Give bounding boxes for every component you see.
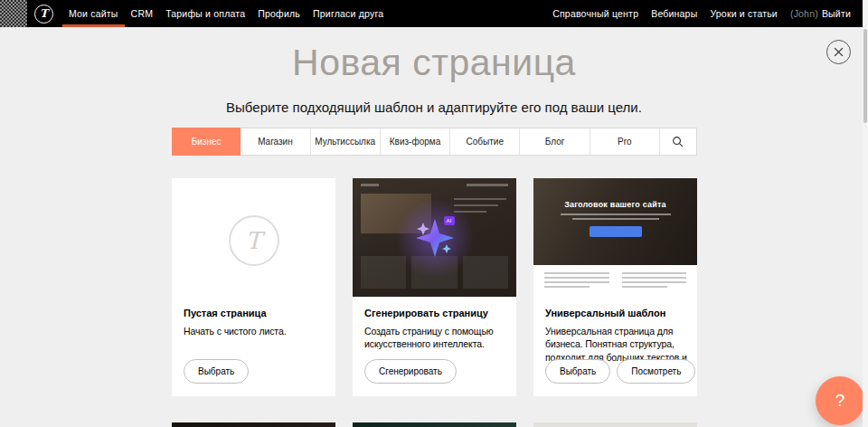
nav-my-sites[interactable]: Мои сайты (62, 0, 125, 27)
page-subtitle: Выберите подходящий шаблон и адаптируйте… (0, 100, 868, 115)
nav-webinars[interactable]: Вебинары (645, 0, 703, 27)
nav-left-menu: Мои сайты CRM Тарифы и оплата Профиль Пр… (62, 0, 390, 27)
select-template-button[interactable]: Выбрать (545, 359, 610, 384)
card-universal-template[interactable]: Заголовок вашего сайта Универсальный шаб… (533, 178, 697, 396)
preview-template-button[interactable]: Посмотреть (617, 359, 695, 384)
ai-preview[interactable]: AI (353, 178, 516, 297)
nav-username: (John) (790, 8, 818, 19)
tab-multilink[interactable]: Мультиссылка (311, 128, 381, 155)
tab-pro[interactable]: Pro (590, 128, 660, 155)
nav-lessons[interactable]: Уроки и статьи (703, 0, 784, 27)
template-card-grid: T Пустая страница Начать с чистого листа… (172, 178, 697, 427)
card-actions: Выбрать Посмотреть (545, 359, 695, 384)
tab-search[interactable] (660, 128, 696, 155)
template-tabs: Бизнес Магазин Мультиссылка Квиз-форма С… (172, 128, 697, 156)
tab-business[interactable]: Бизнес (172, 128, 241, 156)
preview-caption-line (561, 214, 671, 215)
select-blank-button[interactable]: Выбрать (184, 359, 249, 384)
preview-text-section (533, 265, 697, 297)
template-card-partial[interactable] (533, 422, 697, 427)
tab-quiz-form[interactable]: Квиз-форма (381, 128, 450, 155)
template-card-partial[interactable] (353, 422, 516, 427)
nav-right-menu: Справочный центр Вебинары Уроки и статьи… (546, 0, 857, 27)
card-actions: Сгенерировать (364, 359, 457, 384)
template-card-partial[interactable] (172, 422, 335, 427)
top-navbar: T Мои сайты CRM Тарифы и оплата Профиль … (0, 0, 868, 27)
nav-profile[interactable]: Профиль (251, 0, 307, 27)
nav-invite-friend[interactable]: Пригласи друга (307, 0, 390, 27)
nav-plans[interactable]: Тарифы и оплата (159, 0, 251, 27)
tilda-logo[interactable]: T (34, 5, 53, 24)
preview-hero-content: Заголовок вашего сайта (533, 200, 697, 237)
partial-preview (353, 422, 516, 427)
nav-crm[interactable]: CRM (125, 0, 160, 27)
card-title: Сгенерировать страницу (364, 308, 506, 318)
card-description: Создать страницу с помощью искусственног… (364, 325, 506, 351)
partial-preview (172, 422, 335, 427)
card-title: Универсальный шаблон (545, 308, 687, 318)
generate-button[interactable]: Сгенерировать (364, 359, 457, 384)
nav-logout[interactable]: (John)Выйти (784, 0, 857, 27)
card-body: Пустая страница Начать с чистого листа. (184, 308, 326, 337)
card-description: Начать с чистого листа. (184, 325, 326, 337)
preview-topbar (361, 184, 508, 186)
card-ai-generate[interactable]: AI Сгенерировать страницу Создать страни… (353, 178, 516, 396)
card-actions: Выбрать (184, 359, 249, 384)
search-icon (672, 136, 684, 147)
tilda-watermark-logo: T (229, 215, 279, 266)
preview-cta-button (590, 226, 642, 237)
partial-preview (533, 422, 697, 427)
template-preview[interactable]: Заголовок вашего сайта (533, 178, 697, 297)
tab-blog[interactable]: Блог (520, 128, 590, 155)
tab-event[interactable]: Событие (450, 128, 520, 155)
page-title: Новая страница (0, 42, 868, 84)
card-title: Пустая страница (184, 308, 326, 318)
preview-site-heading: Заголовок вашего сайта (533, 200, 697, 209)
scrollbar (863, 0, 868, 427)
card-blank-page[interactable]: T Пустая страница Начать с чистого листа… (172, 178, 335, 396)
scrollbar-thumb[interactable] (863, 29, 867, 123)
nav-logout-label: Выйти (822, 8, 851, 19)
preview-caption-line (572, 218, 659, 220)
tab-store[interactable]: Магазин (241, 128, 310, 155)
card-body: Сгенерировать страницу Создать страницу … (364, 308, 506, 351)
nav-help-center[interactable]: Справочный центр (546, 0, 645, 27)
help-button[interactable]: ? (816, 376, 864, 425)
texture-pattern (0, 0, 27, 27)
ai-badge: AI (444, 216, 455, 225)
